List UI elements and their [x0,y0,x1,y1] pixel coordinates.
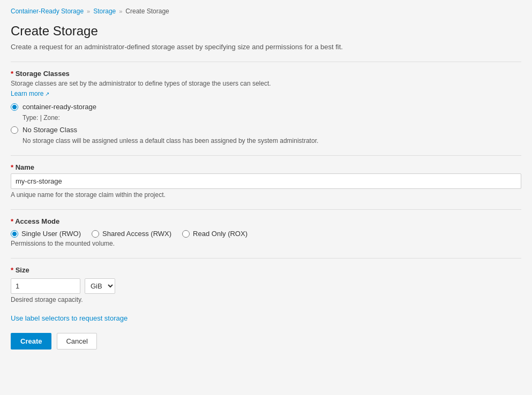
access-mode-radio-rwo[interactable] [11,230,18,238]
create-button[interactable]: Create [11,333,51,350]
access-mode-hint: Permissions to the mounted volume. [11,240,521,247]
access-mode-rwx[interactable]: Shared Access (RWX) [92,230,171,238]
cancel-button[interactable]: Cancel [57,333,96,350]
access-mode-label-rwo[interactable]: Single User (RWO) [21,230,81,238]
access-mode-section: * Access Mode Single User (RWO) Shared A… [11,217,521,247]
name-required-mark: * [11,163,13,171]
storage-class-option-none[interactable]: No Storage Class [11,126,521,134]
label-selector-link[interactable]: Use label selectors to request storage [11,314,521,322]
external-link-icon: ↗ [45,91,49,97]
access-mode-rwo[interactable]: Single User (RWO) [11,230,81,238]
storage-classes-description: Storage classes are set by the administr… [11,80,521,87]
storage-class-label-none[interactable]: No Storage Class [23,126,77,134]
name-input[interactable] [11,173,521,189]
storage-class-label-crs[interactable]: container-ready-storage [23,103,96,111]
size-unit-select[interactable]: GiB MiB TiB [85,278,115,294]
access-mode-label-rox[interactable]: Read Only (ROX) [193,230,248,238]
breadcrumb-link-storage[interactable]: Storage [93,7,116,15]
name-section: * Name A unique name for the storage cla… [11,163,521,199]
access-mode-rox[interactable]: Read Only (ROX) [182,230,248,238]
storage-class-radio-none[interactable] [11,126,18,134]
learn-more-label: Learn more [11,90,43,97]
size-input[interactable] [11,278,80,294]
storage-class-radio-crs[interactable] [11,103,18,111]
access-mode-label-rwx[interactable]: Shared Access (RWX) [102,230,171,238]
no-storage-class-description: No storage class will be assigned unless… [23,137,521,145]
section-divider-size [11,258,521,259]
page-container: Container-Ready Storage » Storage » Crea… [0,0,532,395]
page-description: Create a request for an administrator-de… [11,43,521,51]
access-mode-radio-group: Single User (RWO) Shared Access (RWX) Re… [11,230,521,238]
size-row: GiB MiB TiB [11,278,521,294]
breadcrumb-separator-2: » [119,8,122,14]
page-title: Create Storage [11,24,521,39]
access-mode-radio-rwx[interactable] [92,230,99,238]
breadcrumb-link-container-ready-storage[interactable]: Container-Ready Storage [11,7,84,15]
access-mode-label: * Access Mode [11,217,521,225]
storage-classes-section: * Storage Classes Storage classes are se… [11,70,521,145]
storage-classes-required-mark: * [11,70,13,78]
learn-more-link[interactable]: Learn more ↗ [11,90,49,97]
size-required-mark: * [11,266,13,274]
section-divider-access [11,209,521,210]
storage-class-radio-group: container-ready-storage Type: | Zone: No… [11,103,521,145]
size-section-label: * Size [11,266,521,274]
storage-class-type-zone: Type: | Zone: [23,114,521,121]
section-divider-top [11,62,521,62]
access-mode-radio-rox[interactable] [182,230,190,238]
name-hint: A unique name for the storage claim with… [11,191,521,199]
storage-class-option-crs[interactable]: container-ready-storage [11,103,521,111]
storage-classes-label: * Storage Classes [11,70,521,78]
name-section-label: * Name [11,163,521,171]
button-row: Create Cancel [11,333,521,350]
breadcrumb-separator-1: » [87,8,90,14]
breadcrumb: Container-Ready Storage » Storage » Crea… [11,7,521,15]
size-hint: Desired storage capacity. [11,296,521,303]
breadcrumb-current: Create Storage [125,7,169,15]
access-mode-required-mark: * [11,217,13,225]
size-section: * Size GiB MiB TiB Desired storage capac… [11,266,521,303]
section-divider-name [11,155,521,156]
